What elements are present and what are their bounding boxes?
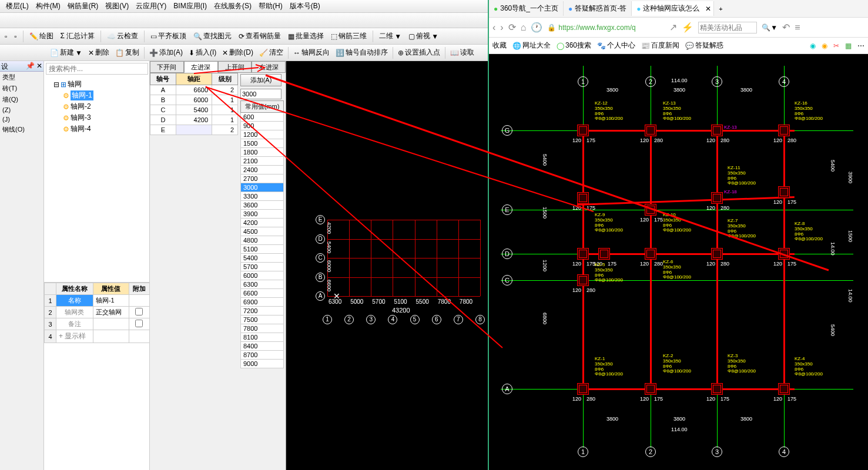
prop-name-1[interactable]: 轴网类 <box>56 307 93 318</box>
tree-item-3[interactable]: ⚙轴网-4 <box>46 123 147 135</box>
reverse-button[interactable]: ↔轴网反向 <box>291 46 332 59</box>
new-button[interactable]: 📄新建 ▼ <box>48 46 85 59</box>
value-input[interactable] <box>240 89 281 99</box>
common-value-item[interactable]: 5100 <box>240 245 284 254</box>
find-button[interactable]: 🔍查找图元 <box>191 30 234 42</box>
delete2-button[interactable]: ✕删除(D) <box>220 46 256 59</box>
prop-val-0[interactable]: 轴网-1 <box>93 295 129 307</box>
menu-rebar[interactable]: 钢筋量(R) <box>64 1 102 11</box>
insert-button[interactable]: ⬇插入(I) <box>186 46 219 59</box>
menu-floor[interactable]: 楼层(L) <box>2 1 32 11</box>
auto-number-button[interactable]: 🔢轴号自动排序 <box>333 46 390 59</box>
ext-3-icon[interactable]: ✂ <box>833 42 839 50</box>
tab-left[interactable]: 左进深 <box>184 61 218 73</box>
browser-tab-2[interactable]: ●这种轴网应该怎么✕ <box>632 1 714 16</box>
common-value-item[interactable]: 6900 <box>240 298 284 307</box>
share-icon[interactable]: ↗ <box>669 22 677 33</box>
common-value-item[interactable]: 2700 <box>240 174 284 183</box>
common-value-item[interactable]: 6300 <box>240 280 284 289</box>
cat-type[interactable]: 类型 <box>0 72 43 83</box>
common-value-item[interactable]: 5400 <box>240 254 284 263</box>
table-row[interactable]: C54001 <box>150 105 238 115</box>
menu-bim[interactable]: BIM应用(I) <box>170 1 210 11</box>
common-value-item[interactable]: 3300 <box>240 192 284 201</box>
cat-brick[interactable]: 砖(T) <box>0 83 43 94</box>
cat-z[interactable]: (Z) <box>0 105 43 115</box>
pin-icon[interactable]: 📌 ✕ <box>26 62 42 70</box>
common-value-item[interactable]: 7800 <box>240 324 284 333</box>
browser-tab-1[interactable]: ●答疑解惑首页-答 <box>564 1 632 16</box>
view-mode-dropdown[interactable]: 二维 ▼ <box>377 30 404 42</box>
back-button[interactable]: ‹ <box>492 22 495 33</box>
menu-ver[interactable]: 版本号(B) <box>286 1 324 11</box>
common-value-item[interactable]: 7500 <box>240 315 284 324</box>
close-tab-icon[interactable]: ✕ <box>705 5 711 13</box>
prop-val-1[interactable]: 正交轴网 <box>93 307 129 318</box>
cat-j[interactable]: (J) <box>0 115 43 124</box>
table-row[interactable]: E2 <box>150 125 238 135</box>
common-value-item[interactable]: 5700 <box>240 263 284 271</box>
persp-dropdown[interactable]: ▢俯视 ▼ <box>406 30 441 42</box>
tree-root[interactable]: ⊟⊞轴网 <box>46 79 147 90</box>
expand-icon[interactable]: + <box>59 332 63 340</box>
prop-name-3[interactable]: 显示样 <box>65 332 86 340</box>
tree-item-0[interactable]: ⚙轴网-1 <box>46 90 147 101</box>
rebar3d-button[interactable]: ⬚钢筋三维 <box>329 30 369 42</box>
tab-bottom[interactable]: 下开间 <box>150 61 184 73</box>
common-value-item[interactable]: 6600 <box>240 289 284 298</box>
common-value-item[interactable]: 1500 <box>240 139 284 148</box>
prop-check-1[interactable] <box>135 308 143 315</box>
prop-val-2[interactable] <box>93 318 129 330</box>
browser-search-input[interactable] <box>698 22 757 33</box>
tree-item-1[interactable]: ⚙轴网-2 <box>46 101 147 112</box>
rebar-qty-button[interactable]: ⟳查看钢筋量 <box>236 30 283 42</box>
table-row[interactable]: A66002 <box>150 85 238 95</box>
tool-small1[interactable]: ▫ <box>2 31 9 42</box>
table-row[interactable]: B60001 <box>150 95 238 105</box>
sum-button[interactable]: Σ 汇总计算 <box>58 30 98 42</box>
tab-right[interactable]: 右进深 <box>252 61 286 73</box>
common-value-item[interactable]: 3900 <box>240 210 284 219</box>
new-tab-button[interactable]: + <box>714 3 732 15</box>
set-insert-button[interactable]: ⊕设置插入点 <box>396 46 443 59</box>
copy-button[interactable]: 📋复制 <box>113 46 142 59</box>
menu-help[interactable]: 帮助(H) <box>255 1 286 11</box>
table-row[interactable]: D42001 <box>150 115 238 125</box>
menu-online[interactable]: 在线服务(S) <box>210 1 255 11</box>
common-value-item[interactable]: 2100 <box>240 157 284 166</box>
common-value-item[interactable]: 7200 <box>240 307 284 315</box>
menu-icon[interactable]: ≡ <box>795 22 800 33</box>
common-value-item[interactable]: 600 <box>240 113 284 122</box>
browser-tab-0[interactable]: ●360导航_一个主页 <box>489 1 564 16</box>
ext-4-icon[interactable]: ▦ <box>845 42 852 50</box>
common-value-item[interactable]: 8400 <box>240 342 284 351</box>
search-input[interactable] <box>46 63 148 75</box>
undo-icon[interactable]: ↶ <box>782 22 790 33</box>
common-value-item[interactable]: 1800 <box>240 148 284 157</box>
bolt-icon[interactable]: ⚡ <box>682 22 693 33</box>
grid-preview[interactable]: ABCDE12345678✕63005000570051005500780078… <box>286 61 488 470</box>
common-value-item[interactable]: 3000 <box>240 183 284 192</box>
bookmark-3[interactable]: 🐾个人中心 <box>597 41 635 51</box>
common-value-item[interactable]: 3600 <box>240 201 284 210</box>
bookmark-2[interactable]: ◯360搜索 <box>557 41 591 51</box>
home-button[interactable]: ⌂ <box>521 22 527 33</box>
common-value-item[interactable]: 6000 <box>240 271 284 280</box>
common-value-item[interactable]: 4500 <box>240 227 284 236</box>
bookmark-fav[interactable]: 收藏 <box>492 41 507 51</box>
browser-content[interactable]: 11223344GEDCA120175120280120280120280120… <box>489 54 868 470</box>
common-value-item[interactable]: 4800 <box>240 236 284 245</box>
menu-cloud[interactable]: 云应用(Y) <box>132 1 170 11</box>
reload-button[interactable]: ⟳ <box>508 22 516 33</box>
common-value-item[interactable]: 8700 <box>240 351 284 360</box>
url-input[interactable]: 🔒https://www.fwxgx.com/q <box>547 24 665 32</box>
common-value-item[interactable]: 9000 <box>240 360 284 368</box>
prop-name-0[interactable]: 名称 <box>56 295 93 307</box>
common-value-item[interactable]: 900 <box>240 122 284 130</box>
tool-small2[interactable]: ▫ <box>12 31 19 42</box>
search-dropdown-icon[interactable]: 🔍▼ <box>762 24 777 32</box>
ext-2-icon[interactable]: ◉ <box>822 42 827 50</box>
common-value-item[interactable]: 4200 <box>240 219 284 227</box>
common-value-item[interactable]: 1200 <box>240 130 284 139</box>
delete-button[interactable]: ✕删除 <box>86 46 112 59</box>
